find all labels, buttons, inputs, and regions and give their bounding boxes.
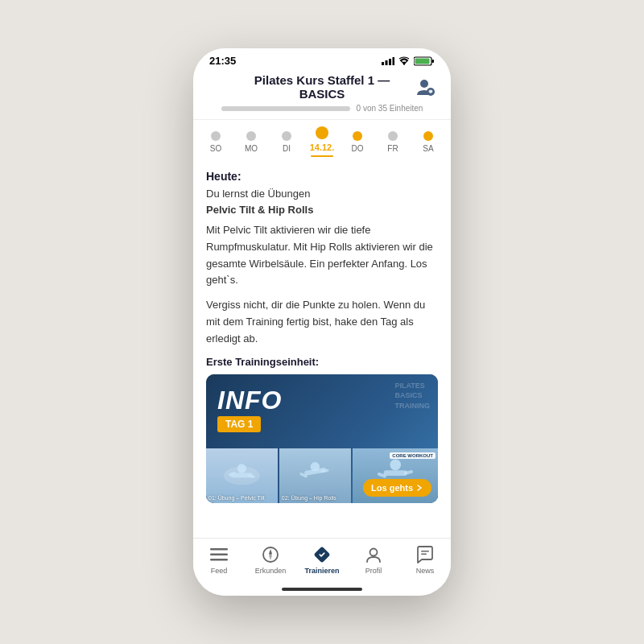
day-label-sa: SA [423, 144, 433, 153]
day-item-sa[interactable]: SA [412, 131, 444, 153]
progress-bar-track [221, 106, 350, 111]
svg-marker-29 [269, 554, 272, 560]
day-dot-active [316, 126, 328, 139]
nav-feed[interactable]: Feed [196, 545, 242, 575]
paragraph-1: Mit Pelvic Tilt aktivieren wir die tiefe… [206, 222, 438, 289]
day-dot-so [211, 131, 221, 141]
header-title: Pilates Kurs Staffel 1 — BASICS [232, 73, 412, 101]
content-area: Heute: Du lernst die Übungen Pelvic Tilt… [193, 160, 451, 538]
info-card-bg-text: PILATESBASICSTRAINING [395, 381, 431, 411]
day-selector: SO MO DI 14.12. DO FR SA [193, 120, 451, 160]
first-training-label: Erste Trainingseinheit: [206, 356, 438, 368]
home-indicator [193, 584, 451, 596]
svg-point-31 [370, 549, 378, 556]
exercise-label-2: 02: Übung – Hip Rolls [282, 495, 336, 501]
svg-rect-3 [393, 57, 395, 65]
news-icon [415, 545, 435, 564]
trainieren-icon [312, 545, 332, 564]
nav-feed-label: Feed [211, 567, 228, 575]
day-dot-di [282, 131, 291, 141]
today-label: Heute: [206, 170, 438, 183]
day-label-active: 14.12. [310, 142, 335, 152]
day-active-underline [311, 155, 333, 157]
svg-rect-25 [210, 554, 228, 556]
paragraph-2: Vergiss nicht, dir die Punkte zu holen. … [206, 297, 438, 347]
svg-rect-24 [210, 548, 228, 551]
svg-point-4 [403, 63, 405, 64]
svg-point-8 [420, 80, 428, 88]
signal-icon [382, 57, 394, 65]
day-item-do[interactable]: DO [341, 131, 374, 153]
nav-news[interactable]: News [402, 545, 448, 575]
day-item-so[interactable]: SO [200, 131, 232, 153]
core-badge: CORE WORKOUT [390, 452, 436, 459]
day-label-mo: MO [245, 144, 258, 153]
exercise-name: Pelvic Tilt & Hip Rolls [206, 204, 313, 216]
info-card[interactable]: PILATESBASICSTRAINING INFO TAG 1 01: [206, 374, 438, 503]
feed-icon [209, 545, 229, 564]
profil-icon [364, 545, 383, 564]
day-dot-mo [246, 131, 256, 141]
day-dot-sa [423, 131, 433, 141]
status-time: 21:35 [209, 55, 236, 67]
day-label-di: DI [283, 144, 291, 153]
intro-text: Du lernst die Übungen Pelvic Tilt & Hip … [206, 186, 438, 217]
day-item-mo[interactable]: MO [235, 131, 267, 153]
wifi-icon [398, 56, 411, 66]
progress-bar-container: 0 von 35 Einheiten [206, 104, 438, 113]
nav-news-label: News [416, 567, 435, 575]
bottom-nav: Feed Erkunden Trainieren [193, 538, 451, 584]
day-label-so: SO [210, 144, 221, 153]
profile-settings-icon[interactable] [412, 74, 438, 100]
day-dot-fr [388, 131, 398, 141]
compass-icon [261, 545, 280, 564]
svg-rect-1 [386, 60, 388, 65]
svg-rect-0 [382, 62, 384, 65]
phone-frame: 21:35 Pilate [193, 48, 451, 596]
day-dot-do [353, 131, 362, 141]
nav-erkunden[interactable]: Erkunden [248, 545, 293, 575]
status-bar: 21:35 [193, 48, 451, 70]
status-icons [382, 56, 435, 66]
battery-icon [414, 56, 435, 66]
day-item-di[interactable]: DI [270, 131, 303, 153]
progress-label: 0 von 35 Einheiten [357, 104, 423, 113]
los-gehts-button[interactable]: Los gehts [363, 479, 431, 497]
nav-profil[interactable]: Profil [351, 545, 396, 575]
svg-rect-33 [421, 554, 427, 555]
day-label-fr: FR [387, 144, 398, 153]
home-indicator-bar [282, 588, 362, 591]
svg-point-12 [237, 464, 246, 473]
exercise-label-1: 01: Übung – Pelvic Tilt [208, 495, 265, 501]
svg-rect-7 [415, 58, 430, 64]
chevron-right-icon [415, 484, 423, 492]
exercise-thumb-3: CORE WORKOUT Los gehts [353, 448, 439, 503]
exercise-thumb-2: 02: Übung – Hip Rolls [279, 448, 351, 503]
svg-rect-32 [421, 551, 429, 552]
info-card-title: INFO [217, 386, 282, 415]
day-label-do: DO [352, 144, 364, 153]
exercise-thumb-1: 01: Übung – Pelvic Tilt [206, 448, 278, 503]
svg-rect-21 [383, 470, 407, 476]
intro-line: Du lernst die Übungen [206, 188, 310, 200]
los-gehts-label: Los gehts [371, 483, 413, 493]
nav-erkunden-label: Erkunden [255, 567, 287, 575]
nav-trainieren[interactable]: Trainieren [299, 545, 345, 575]
header: Pilates Kurs Staffel 1 — BASICS 0 von 35… [193, 70, 451, 120]
exercise-thumbnails: 01: Übung – Pelvic Tilt 02: Übung – Hip … [206, 448, 438, 503]
svg-rect-2 [389, 59, 391, 65]
svg-point-10 [430, 91, 432, 93]
day-item-active[interactable]: 14.12. [306, 126, 338, 157]
day-item-fr[interactable]: FR [377, 131, 409, 153]
nav-profil-label: Profil [365, 567, 382, 575]
info-tag: TAG 1 [217, 416, 261, 432]
svg-point-20 [390, 459, 401, 470]
svg-rect-6 [432, 60, 435, 63]
svg-rect-26 [210, 559, 228, 561]
nav-trainieren-label: Trainieren [304, 567, 339, 575]
